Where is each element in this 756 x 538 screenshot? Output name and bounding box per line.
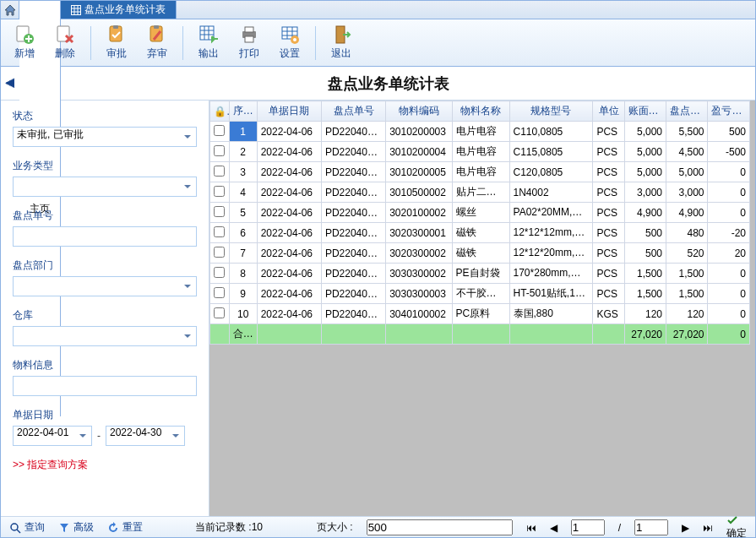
cell-count: 480 xyxy=(666,223,708,243)
cell-seq: 5 xyxy=(229,203,257,223)
svg-point-28 xyxy=(11,524,18,530)
exit-button[interactable]: 退出 xyxy=(323,22,360,64)
page-first-icon[interactable]: ⏮ xyxy=(526,522,536,534)
add-button[interactable]: 新增 xyxy=(6,22,43,64)
row-checkbox[interactable] xyxy=(210,142,230,162)
cell-seq: 4 xyxy=(229,182,257,203)
row-checkbox[interactable] xyxy=(210,122,230,142)
col-date[interactable]: 单据日期 xyxy=(257,101,321,122)
footer-actions: 查询 高级 重置 当前记录数 :10 页大小 : ⏮ ◀ / ▶ ⏭ 确定 xyxy=(1,516,755,538)
approve-button[interactable]: 审批 xyxy=(98,22,135,64)
settings-button[interactable]: 设置 xyxy=(271,22,308,64)
page-next-icon[interactable]: ▶ xyxy=(682,522,689,534)
page-total-input[interactable] xyxy=(634,519,668,535)
grid-scroll[interactable]: 🔒 序号 单据日期 盘点单号 物料编码 物料名称 规格型号 单位 账面数量 盘点… xyxy=(209,101,755,516)
table-row[interactable]: 22022-04-06PD220400013010200004电片电容C115,… xyxy=(210,142,750,162)
cell-name: 不干胶贴纸 xyxy=(452,284,509,304)
total-label: 合计 xyxy=(229,324,257,345)
cell-date: 2022-04-06 xyxy=(257,264,321,284)
svg-rect-11 xyxy=(154,25,159,29)
cell-doc: PD22040001 xyxy=(321,142,385,162)
cell-date: 2022-04-06 xyxy=(257,223,321,243)
cell-book: 5,000 xyxy=(624,142,666,162)
page-prev-icon[interactable]: ◀ xyxy=(550,522,557,534)
row-checkbox[interactable] xyxy=(210,284,230,304)
row-checkbox[interactable] xyxy=(210,182,230,203)
row-checkbox[interactable] xyxy=(210,243,230,264)
col-lock-icon[interactable]: 🔒 xyxy=(210,101,230,122)
date-to-input[interactable]: 2022-04-30 xyxy=(106,426,185,446)
unapprove-label: 弃审 xyxy=(147,46,167,61)
delete-label: 删除 xyxy=(55,46,75,61)
dept-select[interactable] xyxy=(13,276,197,296)
cell-doc: PD22040001 xyxy=(321,162,385,182)
table-row[interactable]: 82022-04-06PD220400013030300002PE自封袋170*… xyxy=(210,264,750,284)
col-unit[interactable]: 单位 xyxy=(593,101,624,122)
delete-button[interactable]: 删除 xyxy=(46,22,84,64)
table-row[interactable]: 92022-04-06PD220400013030300003不干胶贴纸HT-5… xyxy=(210,284,750,304)
cell-spec: PA02*20MM,镀叻 xyxy=(509,203,593,223)
cell-unit: PCS xyxy=(593,182,624,203)
col-seq[interactable]: 序号 xyxy=(229,101,257,122)
cell-doc: PD22040001 xyxy=(321,243,385,264)
row-checkbox[interactable] xyxy=(210,304,230,324)
unapprove-button[interactable]: 弃审 xyxy=(139,22,176,64)
cell-date: 2022-04-06 xyxy=(257,142,321,162)
cell-unit: PCS xyxy=(593,243,624,264)
cell-date: 2022-04-06 xyxy=(257,243,321,264)
status-select[interactable]: 未审批, 已审批 xyxy=(13,127,197,147)
cell-book: 500 xyxy=(624,223,666,243)
cell-name: 磁铁 xyxy=(452,243,509,264)
table-row[interactable]: 12022-04-06PD220400013010200003电片电容C110,… xyxy=(210,122,750,142)
row-checkbox[interactable] xyxy=(210,162,230,182)
table-row[interactable]: 52022-04-06PD220400013020100002螺丝PA02*20… xyxy=(210,203,750,223)
col-doc[interactable]: 盘点单号 xyxy=(321,101,385,122)
table-row[interactable]: 62022-04-06PD220400013020300001磁铁12*12*1… xyxy=(210,223,750,243)
exit-label: 退出 xyxy=(331,46,351,61)
table-total-row: 合计27,02027,0200 xyxy=(210,324,750,345)
page-size-input[interactable] xyxy=(367,519,513,535)
home-icon[interactable] xyxy=(1,1,19,19)
query-scheme-link[interactable]: >> 指定查询方案 xyxy=(13,458,197,472)
date-dash: - xyxy=(97,430,101,442)
cell-seq: 8 xyxy=(229,264,257,284)
cell-diff: 0 xyxy=(708,304,750,324)
row-checkbox[interactable] xyxy=(210,223,230,243)
table-row[interactable]: 72022-04-06PD220400013020300002磁铁12*12*2… xyxy=(210,243,750,264)
cell-doc: PD22040001 xyxy=(321,264,385,284)
export-button[interactable]: 输出 xyxy=(190,22,227,64)
cell-unit: KGS xyxy=(593,304,624,324)
col-name[interactable]: 物料名称 xyxy=(452,101,509,122)
svg-rect-19 xyxy=(245,36,253,42)
cell-diff: 0 xyxy=(708,284,750,304)
reset-button[interactable]: 重置 xyxy=(107,520,143,535)
warehouse-select[interactable] xyxy=(13,326,197,346)
page-current-input[interactable] xyxy=(571,519,605,535)
advanced-button[interactable]: 高级 xyxy=(58,520,94,535)
material-input[interactable] xyxy=(13,376,197,396)
confirm-button[interactable]: 确定 xyxy=(726,514,747,538)
table-row[interactable]: 102022-04-06PD220400013040100002PC原料泰国,8… xyxy=(210,304,750,324)
date-from-input[interactable]: 2022-04-01 xyxy=(13,426,92,446)
svg-point-26 xyxy=(293,38,296,41)
cell-unit: PCS xyxy=(593,142,624,162)
col-book[interactable]: 账面数量 xyxy=(624,101,666,122)
query-button[interactable]: 查询 xyxy=(9,520,45,535)
collapse-sidebar-icon[interactable]: ⯇ xyxy=(1,77,21,90)
col-mat[interactable]: 物料编码 xyxy=(386,101,452,122)
biz-type-select[interactable] xyxy=(13,177,197,197)
table-row[interactable]: 32022-04-06PD220400013010200005电片电容C120,… xyxy=(210,162,750,182)
tab-bar: 主页 盘点业务单统计表 xyxy=(1,1,755,19)
row-checkbox[interactable] xyxy=(210,264,230,284)
col-diff[interactable]: 盈亏数量 xyxy=(708,101,750,122)
page-last-icon[interactable]: ⏭ xyxy=(703,522,713,534)
col-spec[interactable]: 规格型号 xyxy=(509,101,593,122)
total-diff: 0 xyxy=(708,324,750,345)
cell-spec: C120,0805 xyxy=(509,162,593,182)
col-count[interactable]: 盘点数量 xyxy=(666,101,708,122)
doc-no-input[interactable] xyxy=(13,226,197,247)
print-button[interactable]: 打印 xyxy=(231,22,268,64)
row-checkbox[interactable] xyxy=(210,203,230,223)
table-row[interactable]: 42022-04-06PD220400013010500002贴片二极管1N40… xyxy=(210,182,750,203)
tab-report[interactable]: 盘点业务单统计表 xyxy=(61,1,177,19)
